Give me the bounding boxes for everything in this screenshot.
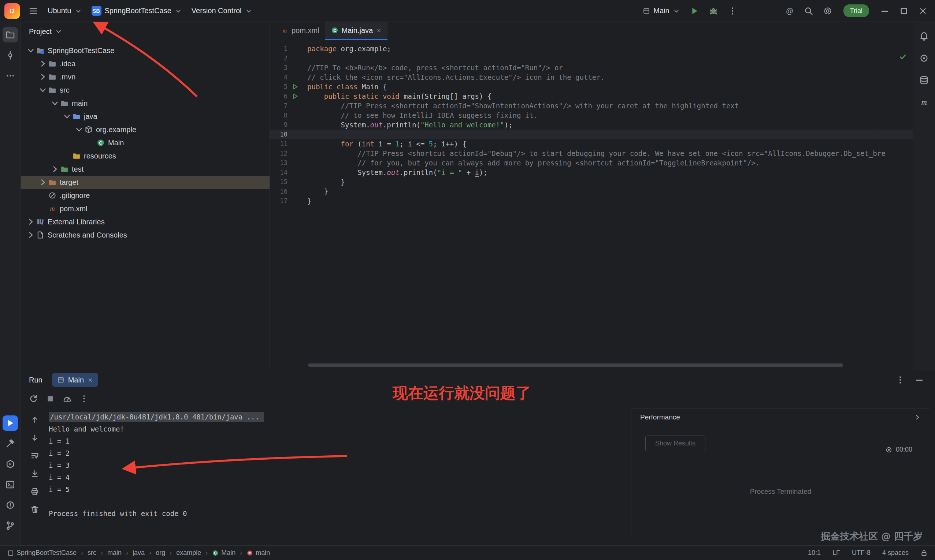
editor-tab-pom-xml[interactable]: mpom.xml	[275, 22, 325, 40]
line-separator[interactable]: LF	[832, 549, 840, 557]
trash-button[interactable]	[28, 503, 42, 516]
breadcrumb-main[interactable]: main	[107, 549, 122, 557]
close-tab-icon[interactable]	[376, 28, 382, 33]
code-line-10[interactable]: 10	[270, 129, 913, 139]
breadcrumb-project[interactable]: SpringBootTestCase	[7, 549, 77, 557]
run-triangle-icon[interactable]	[292, 93, 299, 100]
chevron-right-icon[interactable]	[26, 230, 35, 240]
code-line-6[interactable]: 6 public static void main(String[] args)…	[270, 91, 913, 101]
gauge-button[interactable]	[60, 392, 74, 405]
tool-button-problems[interactable]	[3, 497, 18, 513]
chevron-right-icon[interactable]	[38, 72, 48, 82]
tool-button-database[interactable]	[917, 72, 932, 88]
arrow-down-button[interactable]	[28, 431, 42, 445]
settings-button[interactable]	[819, 3, 836, 18]
tool-button-commit[interactable]	[3, 48, 18, 63]
vcs-widget[interactable]: Version Control	[188, 3, 256, 18]
close-tab-icon[interactable]	[88, 377, 93, 383]
code-line-12[interactable]: 12 //TIP Press <shortcut actionId="Debug…	[270, 149, 913, 158]
file-encoding[interactable]: UTF-8	[852, 549, 870, 557]
ai-assistant-button[interactable]: @	[781, 3, 798, 18]
code-line-17[interactable]: 17}	[270, 196, 913, 206]
code-editor[interactable]: 1package org.example;23//TIP To <b>Run</…	[270, 40, 913, 362]
tree-item-mvn[interactable]: .mvn	[21, 70, 270, 83]
tree-item-java[interactable]: java	[21, 110, 270, 123]
breadcrumb-method[interactable]: mmain	[246, 549, 270, 557]
code-line-4[interactable]: 4// click the <icon src="AllIcons.Action…	[270, 72, 913, 82]
editor-horizontal-scrollbar[interactable]	[308, 363, 843, 367]
project-widget[interactable]: Ubuntu	[44, 3, 86, 18]
show-results-button[interactable]: Show Results	[645, 435, 705, 451]
caret-position[interactable]: 10:1	[808, 549, 821, 557]
tree-item-target[interactable]: target	[21, 176, 270, 189]
tool-button-project[interactable]	[3, 27, 18, 43]
chevron-down-icon[interactable]	[62, 112, 72, 121]
stop-button[interactable]	[43, 392, 57, 405]
code-line-5[interactable]: 5public class Main {	[270, 82, 913, 91]
tree-item-org-example[interactable]: org.example	[21, 123, 270, 136]
project-panel-header[interactable]: Project	[21, 22, 270, 41]
console-output[interactable]: /usr/local/jdk/jdk-8u481/jdk1.8.0_481/bi…	[49, 411, 627, 537]
rerun-button[interactable]	[27, 392, 40, 405]
indent-style[interactable]: 4 spaces	[882, 549, 909, 557]
code-line-14[interactable]: 14 System.out.println("i = " + i);	[270, 168, 913, 177]
breadcrumb-class[interactable]: CMain	[212, 549, 236, 557]
module-widget[interactable]: SB SpringBootTestCase	[88, 3, 186, 18]
more-actions-button[interactable]	[724, 3, 741, 18]
breadcrumb-org[interactable]: org	[156, 549, 165, 557]
tool-button-maven[interactable]: m	[917, 94, 932, 110]
tree-item-springboottestcase[interactable]: SpringBootTestCase	[21, 44, 270, 57]
search-everywhere-button[interactable]	[800, 3, 817, 18]
code-line-8[interactable]: 8 // to see how IntelliJ IDEA suggests f…	[270, 111, 913, 120]
chevron-right-icon[interactable]	[38, 177, 48, 187]
code-line-1[interactable]: 1package org.example;	[270, 44, 913, 54]
code-line-16[interactable]: 16 }	[270, 187, 913, 196]
collapse-performance-icon[interactable]	[914, 414, 921, 421]
breadcrumb-java[interactable]: java	[132, 549, 145, 557]
chevron-right-icon[interactable]	[38, 59, 48, 68]
tool-button-terminal[interactable]	[3, 477, 18, 492]
debug-button[interactable]	[705, 3, 722, 18]
tree-item-main[interactable]: main	[21, 97, 270, 110]
tool-button-run[interactable]	[3, 415, 18, 431]
main-menu-button[interactable]	[25, 3, 42, 18]
chevron-down-icon[interactable]	[74, 125, 84, 134]
run-config-selector[interactable]: Main	[639, 3, 683, 18]
tool-button-services[interactable]	[3, 457, 18, 472]
code-line-13[interactable]: 13 // for you, but you can always add mo…	[270, 158, 913, 168]
chevron-right-icon[interactable]	[26, 217, 35, 226]
run-line-icon[interactable]	[288, 93, 307, 100]
breadcrumb-example[interactable]: example	[176, 549, 201, 557]
tree-item-gitignore[interactable]: .gitignore	[21, 189, 270, 202]
kebab-button[interactable]	[77, 392, 91, 405]
tool-button-version-control[interactable]	[3, 518, 18, 533]
chevron-down-icon[interactable]	[38, 85, 48, 95]
run-button[interactable]	[686, 3, 703, 18]
maximize-button[interactable]	[895, 3, 912, 18]
print-button[interactable]	[28, 485, 42, 498]
chevron-down-icon[interactable]	[26, 46, 35, 55]
tool-button-build[interactable]	[3, 436, 18, 451]
tree-item-pom-xml[interactable]: mpom.xml	[21, 202, 270, 215]
tool-button-more-tool-windows[interactable]	[3, 68, 18, 83]
tool-button-notifications[interactable]	[917, 29, 932, 44]
tree-item-idea[interactable]: .idea	[21, 57, 270, 70]
code-line-7[interactable]: 7 //TIP Press <shortcut actionId="ShowIn…	[270, 101, 913, 111]
code-line-3[interactable]: 3//TIP To <b>Run</b> code, press <shortc…	[270, 63, 913, 72]
inspections-ok-icon[interactable]	[899, 53, 907, 61]
breadcrumb-src[interactable]: src	[88, 549, 96, 557]
tree-item-main[interactable]: CMain	[21, 136, 270, 149]
lock-icon[interactable]	[920, 549, 928, 557]
arrow-up-button[interactable]	[28, 413, 42, 426]
run-line-icon[interactable]	[288, 83, 307, 90]
minimize-button[interactable]	[876, 3, 893, 18]
close-button[interactable]	[915, 3, 931, 18]
code-line-9[interactable]: 9 System.out.println("Hello and welcome!…	[270, 120, 913, 129]
scrollbar-thumb[interactable]	[308, 363, 843, 367]
code-line-11[interactable]: 11 for (int i = 1; i <= 5; i++) {	[270, 139, 913, 149]
hide-panel-icon[interactable]	[915, 375, 924, 385]
editor-tab-main-java[interactable]: CMain.java	[325, 22, 388, 40]
run-tab-main[interactable]: Main	[52, 373, 98, 387]
tree-item-src[interactable]: src	[21, 83, 270, 97]
trial-badge[interactable]: Trial	[843, 5, 869, 17]
